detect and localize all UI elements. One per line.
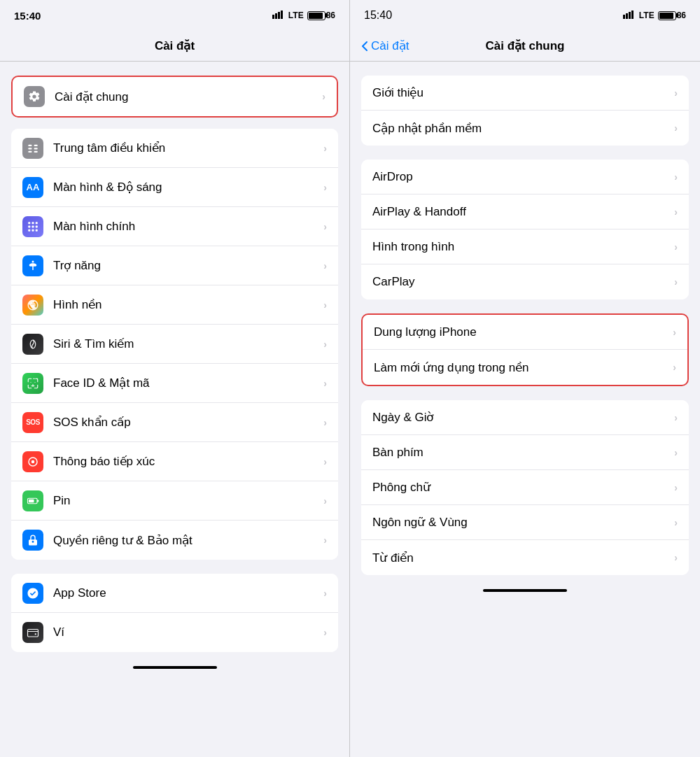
svg-rect-2 — [278, 12, 280, 19]
settings-row-sos[interactable]: SOS SOS khẩn cấp › — [11, 403, 338, 442]
right-time: 15:40 — [364, 9, 392, 22]
settings-group-2: Trung tâm điều khiển › AA Màn hình & Độ … — [11, 129, 338, 560]
chevron-icon-7: › — [673, 327, 676, 338]
settings-row-pin[interactable]: Pin › — [11, 481, 338, 521]
settings-row-app-store[interactable]: App Store › — [11, 574, 338, 613]
svg-rect-29 — [623, 15, 625, 19]
right-section-2: AirDrop › AirPlay & Handoff › Hình trong… — [361, 160, 689, 299]
svg-rect-15 — [36, 225, 38, 227]
right-row-lam-moi[interactable]: Làm mới ứng dụng trong nền › — [363, 350, 687, 385]
svg-rect-32 — [631, 10, 634, 19]
highlighted-group: Cài đặt chung › — [11, 76, 338, 118]
wallet-icon — [22, 622, 43, 643]
chevron-icon-13: › — [674, 552, 678, 563]
chevron-icon-12: › — [674, 517, 678, 528]
right-row-tu-dien[interactable]: Từ điển › — [361, 540, 689, 575]
airdrop-label: AirDrop — [372, 170, 674, 184]
left-settings-list: Cài đặt chung › Trung tâm điều khiển › A… — [0, 62, 349, 757]
svg-rect-30 — [626, 13, 628, 19]
right-panel: 15:40 LTE 86 Cài đặt Cài đặt chung — [350, 0, 700, 757]
chevron-icon-9: › — [674, 412, 678, 423]
right-row-ngay-gio[interactable]: Ngày & Giờ › — [361, 400, 689, 435]
right-row-phong-chu[interactable]: Phông chữ › — [361, 470, 689, 505]
sos-label: SOS khẩn cấp — [53, 415, 323, 430]
tu-dien-label: Từ điển — [372, 551, 674, 565]
left-panel: 15:40 LTE 86 Cài đặt — [0, 0, 350, 757]
settings-row-cai-dat-chung[interactable]: Cài đặt chung › — [13, 77, 337, 116]
chevron-icon-2: › — [674, 122, 678, 134]
right-row-airdrop[interactable]: AirDrop › — [361, 160, 689, 194]
vi-label: Ví — [53, 625, 323, 639]
carplay-label: CarPlay — [372, 275, 674, 289]
svg-rect-27 — [28, 630, 38, 637]
brightness-icon: AA — [22, 177, 43, 198]
right-highlighted-section: Dung lượng iPhone › Làm mới ứng dụng tro… — [361, 313, 689, 386]
chevron-icon-1: › — [674, 87, 678, 99]
home-screen-icon — [22, 216, 43, 237]
cai-dat-chung-label: Cài đặt chung — [55, 90, 322, 104]
right-row-cap-nhat[interactable]: Cập nhật phần mềm › — [361, 111, 689, 146]
right-row-ban-phim[interactable]: Bàn phím › — [361, 435, 689, 470]
svg-rect-18 — [36, 229, 38, 231]
right-battery-icon: 86 — [658, 10, 686, 20]
appstore-icon — [22, 583, 43, 604]
settings-row-trung-tam[interactable]: Trung tâm điều khiển › — [11, 129, 338, 168]
svg-rect-14 — [32, 225, 34, 227]
signal-icon — [272, 10, 285, 21]
ngay-gio-label: Ngày & Giờ — [372, 410, 674, 425]
svg-rect-9 — [34, 150, 38, 152]
settings-row-hinh-nen[interactable]: Hình nền › — [11, 285, 338, 325]
chevron-icon-8: › — [673, 362, 676, 373]
airplay-label: AirPlay & Handoff — [372, 205, 674, 219]
chevron-icon-10: › — [674, 447, 678, 458]
back-button[interactable]: Cài đặt — [361, 38, 409, 53]
siri-icon — [22, 334, 43, 355]
hinh-trong-hinh-label: Hình trong hình — [372, 240, 674, 254]
quyen-rieng-tu-label: Quyền riêng tư & Bảo mật — [53, 533, 323, 548]
pin-label: Pin — [53, 494, 323, 508]
home-indicator-left — [133, 666, 217, 669]
right-row-carplay[interactable]: CarPlay › — [361, 264, 689, 299]
right-row-hinh-trong-hinh[interactable]: Hình trong hình › — [361, 229, 689, 264]
home-indicator-right — [483, 589, 567, 592]
man-hinh-do-sang-label: Màn hình & Độ sáng — [53, 180, 323, 194]
right-row-gioi-thieu[interactable]: Giới thiệu › — [361, 76, 689, 111]
svg-rect-10 — [28, 222, 30, 224]
chevron-icon-11: › — [674, 482, 678, 493]
svg-rect-8 — [28, 150, 31, 152]
chevron-icon-6: › — [674, 276, 678, 288]
settings-row-man-hinh-chinh[interactable]: Màn hình chính › — [11, 207, 338, 246]
settings-row-man-hinh-do-sang[interactable]: AA Màn hình & Độ sáng › — [11, 168, 338, 207]
settings-row-thong-bao[interactable]: Thông báo tiếp xúc › — [11, 442, 338, 481]
right-row-ngon-ngu[interactable]: Ngôn ngữ & Vùng › — [361, 505, 689, 540]
right-section-4: Ngày & Giờ › Bàn phím › Phông chữ › Ngôn… — [361, 400, 689, 575]
settings-row-vi[interactable]: Ví › — [11, 613, 338, 652]
settings-row-quyen-rieng-tu[interactable]: Quyền riêng tư & Bảo mật › — [11, 521, 338, 560]
ban-phim-label: Bàn phím — [372, 446, 674, 460]
ngon-ngu-label: Ngôn ngữ & Vùng — [372, 515, 674, 530]
svg-rect-1 — [275, 13, 277, 19]
svg-rect-12 — [36, 222, 38, 224]
left-nav-title: Cài đặt — [155, 38, 195, 53]
dung-luong-label: Dung lượng iPhone — [374, 325, 673, 339]
right-network-label: LTE — [639, 10, 654, 20]
right-nav-title: Cài đặt chung — [486, 38, 565, 53]
right-row-dung-luong[interactable]: Dung lượng iPhone › — [363, 315, 687, 350]
trung-tam-label: Trung tâm điều khiển — [53, 141, 323, 155]
settings-row-face-id[interactable]: Face ID & Mật mã › — [11, 364, 338, 403]
accessibility-icon — [22, 255, 43, 276]
back-label: Cài đặt — [371, 38, 409, 53]
chevron-icon-3: › — [674, 171, 678, 183]
left-status-bar: 15:40 LTE 86 — [0, 0, 349, 31]
battery-icon: 86 — [307, 10, 335, 20]
svg-rect-3 — [281, 10, 283, 19]
settings-row-siri[interactable]: Siri & Tìm kiếm › — [11, 325, 338, 364]
svg-rect-5 — [34, 144, 38, 146]
gioi-thieu-label: Giới thiệu — [372, 85, 674, 100]
settings-row-tro-nang[interactable]: Trợ năng › — [11, 246, 338, 285]
right-section-1: Giới thiệu › Cập nhật phần mềm › — [361, 76, 689, 146]
chevron-icon: › — [322, 91, 326, 102]
right-row-airplay[interactable]: AirPlay & Handoff › — [361, 194, 689, 229]
left-time: 15:40 — [14, 10, 41, 22]
faceid-icon — [22, 373, 43, 394]
